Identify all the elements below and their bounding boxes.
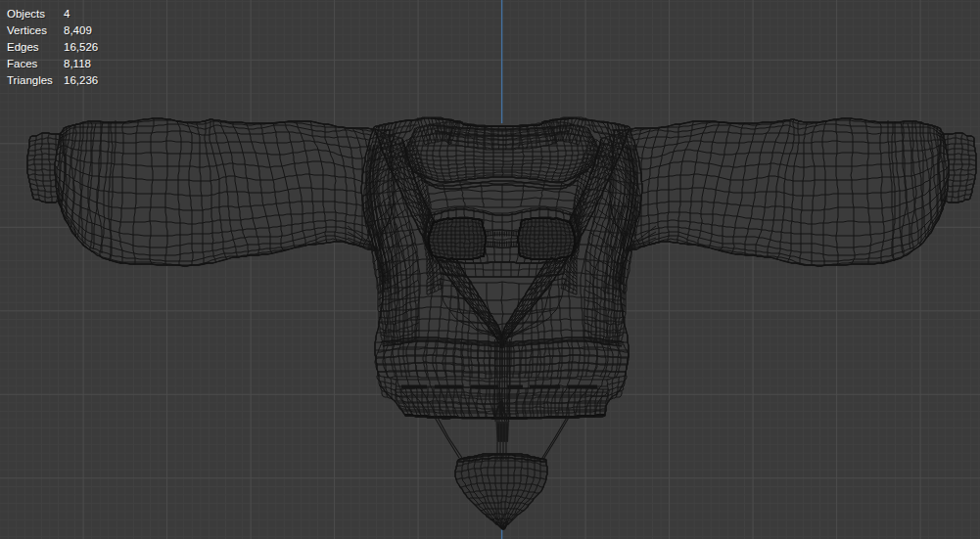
- svg-text:8,118: 8,118: [64, 58, 91, 69]
- svg-text:Triangles: Triangles: [7, 74, 53, 86]
- svg-text:Objects: Objects: [7, 8, 45, 20]
- svg-text:Faces: Faces: [7, 58, 38, 69]
- svg-text:8,409: 8,409: [64, 24, 92, 36]
- svg-text:Vertices: Vertices: [7, 24, 47, 36]
- svg-text:4: 4: [64, 8, 70, 20]
- svg-text:Edges: Edges: [7, 41, 39, 53]
- svg-text:16,236: 16,236: [64, 74, 98, 86]
- svg-text:16,526: 16,526: [64, 41, 98, 53]
